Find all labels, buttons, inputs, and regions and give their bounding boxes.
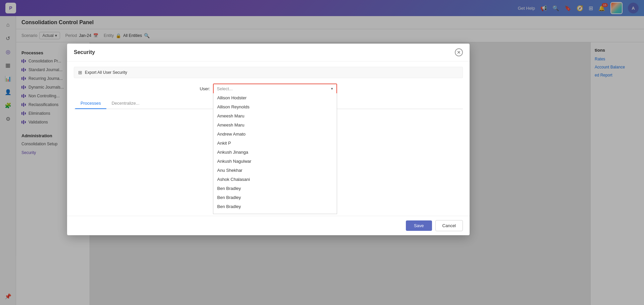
dropdown-item-4[interactable]: Andrew Amato: [213, 130, 337, 139]
user-label: User:: [200, 86, 210, 91]
dropdown-item-13[interactable]: Ben Page: [213, 211, 337, 214]
dropdown-item-5[interactable]: Ankit P: [213, 139, 337, 148]
user-dropdown-list[interactable]: Allison Hodster Allison Reynolds Ameesh …: [213, 93, 337, 214]
dropdown-item-6[interactable]: Ankush Jinanga: [213, 148, 337, 157]
dropdown-item-12[interactable]: Ben Bradley: [213, 202, 337, 211]
export-icon: ⊞: [78, 70, 82, 75]
modal-footer: Save Cancel: [67, 216, 470, 235]
dropdown-item-7[interactable]: Ankush Nagulwar: [213, 157, 337, 166]
dropdown-item-2[interactable]: Ameesh Maru: [213, 111, 337, 120]
dropdown-item-9[interactable]: Ashok Chalasani: [213, 175, 337, 184]
dropdown-item-3[interactable]: Ameesh Maru: [213, 120, 337, 130]
tab-processes[interactable]: Processes: [75, 98, 106, 109]
export-label: Export All User Security: [85, 70, 127, 75]
user-dropdown-wrapper: Select... ▾ Allison Hodster Allison Reyn…: [213, 84, 337, 94]
user-dropdown[interactable]: Select... ▾: [214, 84, 336, 93]
dropdown-item-10[interactable]: Ben Bradley: [213, 184, 337, 193]
cancel-button[interactable]: Cancel: [435, 220, 463, 231]
user-dropdown-placeholder: Select...: [217, 86, 233, 91]
modal-header: Security ✕: [67, 44, 470, 61]
modal-close-button[interactable]: ✕: [455, 48, 463, 56]
user-dropdown-arrow-icon: ▾: [331, 87, 333, 91]
user-select-row: User: Select... ▾ Allison Hodster Alliso…: [74, 84, 463, 94]
modal-body: ⊞ Export All User Security User: Select.…: [67, 61, 470, 216]
export-bar[interactable]: ⊞ Export All User Security: [74, 67, 463, 78]
save-button[interactable]: Save: [406, 220, 432, 231]
tab-decentralize[interactable]: Decentralize...: [106, 98, 145, 109]
dropdown-item-1[interactable]: Allison Reynolds: [213, 102, 337, 111]
modal-title: Security: [74, 49, 95, 55]
dropdown-item-0[interactable]: Allison Hodster: [213, 93, 337, 102]
security-modal: Security ✕ ⊞ Export All User Security Us…: [67, 44, 470, 235]
dropdown-item-11[interactable]: Ben Bradley: [213, 193, 337, 202]
dropdown-item-8[interactable]: Anu Shekhar: [213, 166, 337, 175]
